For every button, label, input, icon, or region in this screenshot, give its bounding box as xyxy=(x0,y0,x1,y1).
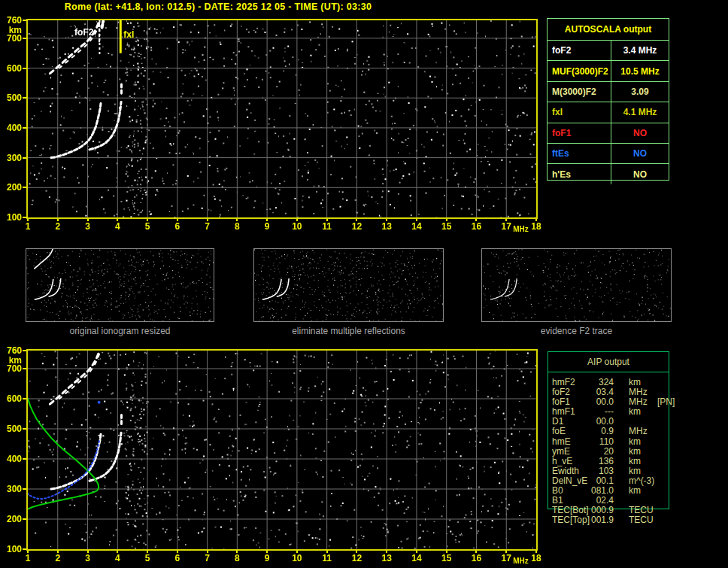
x-axis-tick-mark xyxy=(386,551,387,553)
y-axis-tick-label: 700 xyxy=(0,363,22,374)
aip-row: TEC[Top]001.9TECU xyxy=(548,515,683,525)
x-axis-tick-label: 14 xyxy=(408,221,426,232)
autoscala-row-value: 4.1 MHz xyxy=(611,102,669,122)
aip-row-label: Ewidth xyxy=(552,466,590,476)
aip-row: hmF1---km xyxy=(548,407,683,417)
autoscala-row-value: NO xyxy=(611,164,669,184)
x-axis-tick-label: 4 xyxy=(108,553,126,563)
x-axis-tick-mark xyxy=(266,551,268,553)
x-axis-tick-mark xyxy=(296,551,298,553)
aip-row-value: 0.9 xyxy=(590,427,614,436)
x-axis-tick-label: 9 xyxy=(258,221,276,232)
thumbnail-caption: eliminate multiple reflections xyxy=(253,326,444,336)
x-axis-unit-label: MHz xyxy=(513,556,529,566)
x-axis-tick-mark xyxy=(416,219,417,221)
ionogram-plot-main xyxy=(26,19,538,219)
x-axis-tick-mark xyxy=(87,219,89,221)
trace-point-restored-trace-stray-point xyxy=(98,401,101,404)
x-axis-tick-mark xyxy=(236,219,238,221)
autoscala-row-label: fxI xyxy=(548,102,611,122)
trace-restored-F2-trace xyxy=(28,439,99,500)
aip-row: h_vE136km xyxy=(548,457,683,466)
autoscala-row-value: 10.5 MHz xyxy=(611,61,669,80)
y-axis-tick-label: 400 xyxy=(0,123,22,133)
x-axis-tick-mark xyxy=(87,551,89,553)
aip-row-label: ymE xyxy=(552,447,590,457)
autoscala-output-table: AUTOSCALA output foF23.4 MHzMUF(3000)F21… xyxy=(547,18,669,181)
y-axis-tick-mark xyxy=(23,97,26,99)
aip-row-unit: km xyxy=(629,486,656,496)
x-axis-tick-mark xyxy=(27,551,29,553)
ionogram-traces-svg xyxy=(28,20,536,217)
x-axis-tick-mark xyxy=(296,219,298,221)
autoscala-table-header: AUTOSCALA output xyxy=(548,19,669,41)
x-axis-tick-mark xyxy=(535,551,537,553)
y-axis-tick-label: 500 xyxy=(0,93,22,103)
x-axis-tick-label: 3 xyxy=(79,221,97,232)
x-axis-tick-label: 9 xyxy=(258,553,276,563)
y-axis-tick-mark xyxy=(23,127,26,129)
x-axis-tick-label: 8 xyxy=(228,553,246,563)
aip-row-label: h_vE xyxy=(552,457,590,466)
y-axis-tick-label: 760 xyxy=(0,345,22,356)
y-axis-tick-mark xyxy=(23,20,26,21)
aip-table-header: AIP output xyxy=(548,352,669,372)
autoscala-row-value: NO xyxy=(611,123,669,143)
x-axis-tick-label: 15 xyxy=(438,221,456,232)
aip-row-value: 110 xyxy=(590,437,614,447)
trace-top-blob xyxy=(102,21,104,27)
autoscala-table-rows: foF23.4 MHzMUF(3000)F210.5 MHzM(3000)F23… xyxy=(548,41,669,184)
aip-row: D100.0 xyxy=(548,417,683,427)
y-axis-tick-label: 200 xyxy=(0,514,22,524)
thumbnail-caption: original ionogram resized xyxy=(26,326,214,336)
x-axis-tick-mark xyxy=(236,551,238,553)
x-axis-tick-label: 11 xyxy=(318,553,336,563)
y-axis-tick-mark xyxy=(23,368,26,369)
y-axis-tick-label: 400 xyxy=(0,454,22,464)
autoscala-row-label: MUF(3000)F2 xyxy=(548,61,611,80)
y-axis-tick-mark xyxy=(23,38,26,39)
autoscala-row: MUF(3000)F210.5 MHz xyxy=(548,61,669,81)
aip-row-unit: km xyxy=(629,447,656,457)
y-axis-tick-mark xyxy=(23,350,26,351)
autoscala-row-label: foF1 xyxy=(548,123,611,143)
thumbnail-caption: evidence F2 trace xyxy=(481,326,672,336)
x-axis-tick-mark xyxy=(446,219,447,221)
aip-row: foE0.9MHz xyxy=(548,427,683,436)
y-axis-tick-label: 300 xyxy=(0,153,22,163)
autoscala-row-label: h'Es xyxy=(548,164,611,184)
y-axis-tick-label: 500 xyxy=(0,424,22,434)
ionogram-plot-inversion xyxy=(26,349,538,551)
autoscala-window: Rome (lat: +41.8, lon: 012.5) - DATE: 20… xyxy=(0,0,728,568)
x-axis-tick-label: 12 xyxy=(347,221,366,232)
x-axis-tick-mark xyxy=(177,551,178,553)
thumbnail-canvas xyxy=(26,249,214,321)
x-axis-tick-mark xyxy=(475,551,477,553)
aip-row-unit: km xyxy=(629,407,656,417)
autoscala-row-value: 3.09 xyxy=(611,82,669,102)
x-axis-tick-mark xyxy=(326,219,328,221)
y-axis-tick-label: 600 xyxy=(0,63,22,74)
x-axis-tick-mark xyxy=(505,219,507,221)
x-axis-unit-label: MHz xyxy=(513,224,529,235)
y-axis-tick-label: 700 xyxy=(0,33,22,44)
y-axis-tick-mark xyxy=(23,428,26,430)
y-axis-tick-mark xyxy=(23,518,26,520)
x-axis-tick-label: 15 xyxy=(438,553,456,563)
x-axis-tick-mark xyxy=(446,551,447,553)
x-axis-tick-mark xyxy=(57,219,59,221)
aip-row-unit: km xyxy=(629,437,656,447)
y-axis-tick-label: 760 xyxy=(0,15,22,26)
x-axis-tick-label: 14 xyxy=(408,553,426,563)
y-axis-tick-mark xyxy=(23,548,26,550)
x-axis-tick-mark xyxy=(356,219,357,221)
aip-row-unit: km xyxy=(629,457,656,466)
autoscala-row-label: M(3000)F2 xyxy=(548,82,611,102)
autoscala-row-value: NO xyxy=(611,144,669,163)
y-axis-tick-label: 200 xyxy=(0,182,22,193)
x-axis-tick-label: 13 xyxy=(378,553,396,563)
x-axis-tick-mark xyxy=(475,219,477,221)
x-axis-tick-mark xyxy=(57,551,59,553)
x-axis-tick-label: 5 xyxy=(138,221,156,232)
aip-row-value: 001.9 xyxy=(590,515,614,525)
